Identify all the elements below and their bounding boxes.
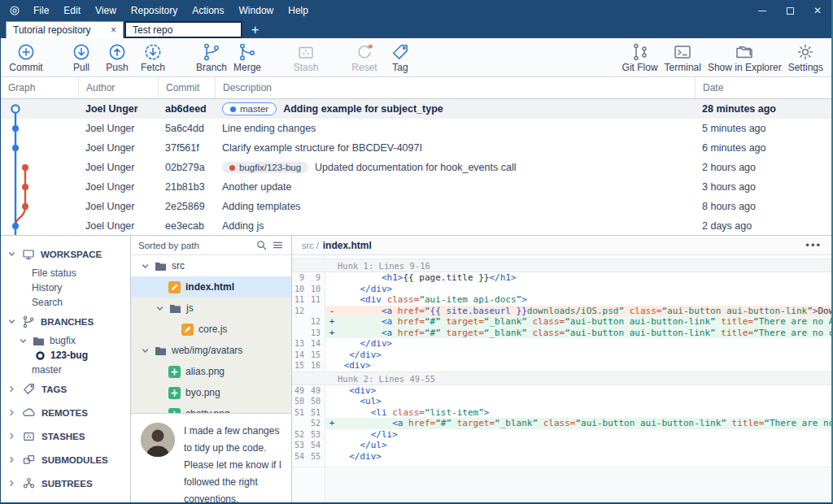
menu-item-edit[interactable]: Edit (56, 0, 88, 21)
item-label: History (32, 282, 62, 293)
stash-button[interactable]: Stash (289, 39, 323, 76)
tag-button[interactable]: Tag (383, 39, 417, 76)
tree-item-alias.png[interactable]: alias.png (131, 361, 291, 382)
diff-line: 14 15 </div> (292, 350, 831, 361)
commit-author: Joel Unger (78, 201, 158, 212)
section-label: TAGS (41, 385, 67, 394)
diff-code: <a href=“#” target=“_blank” class=“aui-b… (338, 418, 831, 429)
new-line-number: 11 (308, 294, 325, 306)
commit-label: Commit (9, 62, 42, 73)
diff-code: </div> (338, 451, 831, 463)
column-header-graph[interactable]: Graph (1, 77, 78, 98)
old-line-number: 10 (292, 284, 308, 295)
tree-item-label: core.js (198, 324, 227, 335)
commit-author: Joel Unger (78, 220, 158, 232)
tab-label: Test repo (133, 24, 172, 36)
tree-item-label: src (172, 260, 185, 272)
commit-row[interactable]: Joel Unger 21b81b3 Another update 3 hour… (1, 177, 831, 197)
settings-button[interactable]: Settings (788, 39, 823, 76)
sidebar-item-history[interactable]: History (1, 280, 130, 295)
tree-item-chatty.png[interactable]: chatty.png (131, 403, 291, 413)
menu-item-view[interactable]: View (88, 0, 124, 21)
menu-item-help[interactable]: Help (281, 0, 316, 21)
old-line-number (292, 418, 308, 429)
sidebar-section-tags[interactable]: TAGS (1, 377, 130, 401)
repo-tab[interactable]: Tutorial repository × (6, 21, 124, 38)
menu-icon[interactable] (272, 239, 284, 251)
merge-button[interactable]: Merge (230, 39, 264, 76)
show-in-explorer-label: Show in Explorer (708, 62, 782, 73)
commit-sha: 37f561f (158, 142, 215, 154)
tree-item-js[interactable]: js (131, 298, 291, 319)
old-line-number (292, 316, 308, 328)
new-line-number: 50 (308, 396, 325, 407)
commit-row[interactable]: Joel Unger 5a6c4dd Line ending changes 5… (1, 119, 831, 138)
diff-marker (325, 284, 338, 295)
commit-row[interactable]: Joel Unger 2e25869 Adding templates 8 ho… (1, 197, 831, 216)
diff-line: 10 10 </div> (292, 284, 831, 295)
sidebar-section-branches[interactable]: BRANCHES (1, 310, 130, 333)
sidebar-item-bugfix[interactable]: bugfix (1, 333, 130, 348)
sidebar-section-subtrees[interactable]: SUBTREES (1, 471, 130, 495)
sidebar-item-master[interactable]: master (1, 363, 130, 377)
minimize-button[interactable] (748, 0, 776, 21)
menu-item-file[interactable]: File (26, 0, 56, 21)
column-header-commit[interactable]: Commit (158, 77, 215, 98)
tag-label: Tag (392, 62, 408, 73)
commit-row[interactable]: Joel Unger 37f561f Clarify example struc… (1, 138, 831, 158)
commit-date: 8 hours ago (695, 201, 831, 212)
chevron-down-icon (19, 337, 28, 345)
repo-tab[interactable]: Test repo (124, 21, 242, 38)
menu-item-actions[interactable]: Actions (185, 0, 231, 21)
sidebar-section-stashes[interactable]: STASHES (1, 424, 130, 448)
close-button[interactable]: ✕ (804, 0, 831, 21)
column-header-date[interactable]: Date (695, 77, 831, 98)
sidebar-item-search[interactable]: Search (1, 295, 130, 310)
commit-row[interactable]: Joel Unger ee3ecab Adding js 2 days ago (1, 216, 831, 235)
search-icon[interactable] (255, 239, 268, 251)
commit-row[interactable]: Joel Unger 02b279a bugfix/123-bugUpdated… (1, 158, 831, 177)
sort-dropdown[interactable]: Sorted by path (138, 241, 212, 250)
sidebar-section-submodules[interactable]: SUBMODULES (1, 448, 130, 471)
diff-code: <a href=“#” target=“_blank” class=“aui-b… (338, 328, 831, 339)
chevron-down-icon (7, 250, 16, 258)
sidebar-section-workspace[interactable]: WORKSPACE (1, 242, 130, 266)
commit-sha: 02b279a (158, 162, 215, 173)
section-label: SUBMODULES (41, 455, 108, 465)
sidebar-section-remotes[interactable]: REMOTES (1, 401, 130, 424)
modified-file-icon (181, 324, 194, 336)
tree-item-core.js[interactable]: core.js (131, 319, 291, 340)
menu-item-window[interactable]: Window (232, 0, 281, 21)
git-flow-button[interactable]: Git Flow (622, 39, 658, 76)
commit-row[interactable]: Joel Unger ab6deed masterAdding example … (1, 99, 831, 119)
reset-button[interactable]: Reset (347, 39, 382, 76)
tree-item-index.html[interactable]: index.html (131, 276, 291, 298)
item-label: 123-bug (50, 350, 88, 361)
diff-marker (325, 350, 338, 361)
tree-item-byo.png[interactable]: byo.png (131, 382, 291, 403)
ellipsis-menu-icon[interactable]: ••• (805, 239, 822, 251)
column-header-author[interactable]: Author (78, 77, 158, 98)
terminal-button[interactable]: Terminal (665, 39, 701, 76)
commit-button[interactable]: Commit (9, 39, 43, 76)
git-flow-label: Git Flow (622, 62, 658, 73)
show-in-explorer-button[interactable]: Show in Explorer (708, 39, 782, 76)
pull-button[interactable]: Pull (64, 39, 98, 76)
column-header-description[interactable]: Description (215, 77, 695, 98)
tree-item-src[interactable]: src (131, 255, 291, 276)
menu-item-repository[interactable]: Repository (124, 0, 185, 21)
sidebar-item-123-bug[interactable]: 123-bug (1, 348, 130, 363)
sidebar-item-file-status[interactable]: File status (1, 266, 130, 280)
branch-button[interactable]: Branch (194, 39, 229, 76)
added-file-icon (168, 366, 181, 378)
close-tab-icon[interactable]: × (111, 24, 116, 36)
push-button[interactable]: Push (100, 39, 134, 76)
tree-item-web-img-avatars[interactable]: web/img/avatars (131, 340, 291, 361)
fetch-button[interactable]: Fetch (136, 39, 170, 76)
chevron-down-icon (155, 305, 164, 312)
commit-message: I made a few changes to tidy up the code… (184, 423, 283, 502)
maximize-button[interactable] (776, 0, 804, 21)
tag-small-icon (22, 382, 36, 396)
new-tab-button[interactable]: + (242, 21, 268, 38)
diff-header: src / index.html ••• (292, 236, 831, 255)
